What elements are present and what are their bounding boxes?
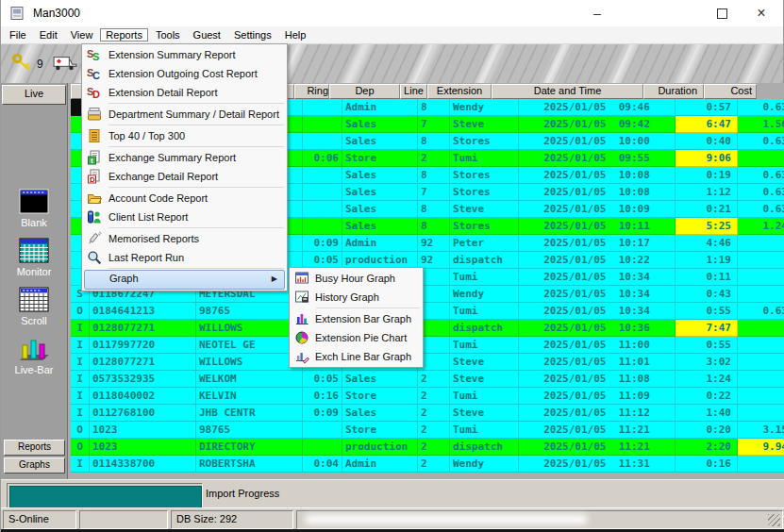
cell-dir: I xyxy=(71,320,90,337)
tab-live[interactable]: Live xyxy=(2,85,66,105)
reports-button[interactable]: Reports xyxy=(4,440,65,456)
sidebar-tool-scroll[interactable]: Scroll xyxy=(1,287,67,326)
header-ring[interactable]: Ring xyxy=(294,84,329,99)
menubar-settings[interactable]: Settings xyxy=(228,28,277,42)
cell-dt: 2025/01/05 10:22 xyxy=(519,252,676,269)
menu-item-extension-detail-report[interactable]: SDExtension Detail Report xyxy=(82,83,287,102)
menubar-view[interactable]: View xyxy=(65,28,99,42)
key-icon[interactable] xyxy=(10,52,33,76)
menu-item-busy-hour-graph[interactable]: Busy Hour Graph xyxy=(290,269,423,288)
cell-ext: Peter xyxy=(450,235,519,252)
header-extension[interactable]: Extension xyxy=(427,84,492,99)
menu-item-extension-bar-graph[interactable]: Extension Bar Graph xyxy=(290,309,423,328)
close-button[interactable]: × xyxy=(745,0,777,26)
sidebar-tool-blank[interactable]: Blank xyxy=(1,189,67,228)
menu-item-label: Busy Hour Graph xyxy=(315,273,395,284)
exch-summary-icon: t xyxy=(87,150,102,165)
cell-ext: Steve xyxy=(450,371,519,388)
cell-dt: 2025/01/05 11:31 xyxy=(519,456,676,473)
menu-item-graph[interactable]: Graph▶ xyxy=(84,270,285,290)
header-date-time[interactable]: Date and Time xyxy=(492,84,643,99)
title-bar: Man3000 – × xyxy=(1,0,783,26)
menu-item-department-summary-detail-report[interactable]: Department Summary / Detail Report xyxy=(82,105,287,124)
maximize-button[interactable] xyxy=(706,0,738,26)
cell-dir: I xyxy=(71,388,90,405)
cell-ext: Stores xyxy=(450,218,519,235)
minimize-button[interactable]: – xyxy=(581,0,613,26)
cell-num: 0114338700 xyxy=(90,456,196,473)
cell-num: 0128077271 xyxy=(90,354,196,371)
cell-dt: 2025/01/05 09:46 xyxy=(519,99,676,116)
menu-item-extension-pie-chart[interactable]: Extension Pie Chart xyxy=(290,328,423,347)
cell-num: 0128077271 xyxy=(90,320,196,337)
sidebar-tool-live-bar[interactable]: Live-Bar xyxy=(1,336,67,375)
cell-line: 8 xyxy=(418,133,450,150)
cell-dt: 2025/01/05 11:08 xyxy=(519,371,676,388)
menu-item-top-40-top-300[interactable]: Top 40 / Top 300 xyxy=(82,126,287,145)
cell-dir: I xyxy=(71,354,90,371)
cell-name: JHB CENTR xyxy=(196,405,303,422)
cell-dur: 7:47 xyxy=(676,320,738,337)
cell-name: NEOTEL GE xyxy=(196,337,303,354)
cell-ring: 0:04 xyxy=(303,456,342,473)
cell-dir: O xyxy=(71,422,90,439)
cell-ring: 0:06 xyxy=(303,150,342,167)
cell-name: WELKOM xyxy=(196,371,303,388)
menubar-reports[interactable]: Reports xyxy=(100,28,148,42)
table-row[interactable]: O1023DIRECTORYproduction2dispatch2025/01… xyxy=(71,439,726,456)
menu-item-extension-summary-report[interactable]: SSExtension Summary Report xyxy=(82,45,287,64)
cell-ext: Stores xyxy=(450,133,519,150)
header-cost[interactable]: Cost xyxy=(704,84,757,99)
table-row[interactable]: I0114338700ROBERTSHA0:04Admin2Wendy2025/… xyxy=(71,456,726,473)
cell-dur: 0:19 xyxy=(676,167,738,184)
cell-cost: 0.63 xyxy=(738,303,784,320)
menu-item-label: Extension Pie Chart xyxy=(315,332,407,343)
ext-bar-icon xyxy=(294,311,309,326)
cell-dur: 0:20 xyxy=(676,422,738,439)
cell-dt: 2025/01/05 10:34 xyxy=(519,303,676,320)
table-row[interactable]: I0112768100JHB CENTR0:09Sales2Steve2025/… xyxy=(71,405,726,422)
table-row[interactable]: O102398765Store2Tumi2025/01/05 11:210:20… xyxy=(71,422,726,439)
menu-item-exchange-summary-report[interactable]: tExchange Summary Report xyxy=(82,148,287,167)
cell-line: 2 xyxy=(418,371,450,388)
menu-item-memorised-reports[interactable]: Memorised Reports xyxy=(82,229,287,248)
graphs-button[interactable]: Graphs xyxy=(4,457,65,474)
menu-item-exchange-detail-report[interactable]: DExchange Detail Report xyxy=(82,167,287,186)
sidebar-tool-monitor[interactable]: Monitor xyxy=(1,238,67,277)
cell-name: WILLOWS xyxy=(196,320,303,337)
menu-item-last-report-run[interactable]: Last Report Run xyxy=(82,248,287,267)
table-row[interactable]: I0118040002KELVIN0:16Store2Tumi2025/01/0… xyxy=(71,388,726,405)
menu-item-extension-outgoing-cost-report[interactable]: SCExtension Outgoing Cost Report xyxy=(82,64,287,83)
table-row[interactable]: I0573532935WELKOM0:05Sales2Steve2025/01/… xyxy=(71,371,726,388)
resize-grip[interactable] xyxy=(768,514,780,526)
menu-item-client-list-report[interactable]: Client List Report xyxy=(82,208,287,226)
account-icon xyxy=(87,191,102,206)
cell-dir: I xyxy=(71,337,90,354)
cell-cost xyxy=(738,252,784,269)
app-icon xyxy=(9,6,25,21)
header-dep[interactable]: Dep xyxy=(329,84,400,99)
cell-ring: 0:09 xyxy=(303,235,342,252)
cell-line: 2 xyxy=(418,150,450,167)
menu-item-exch-line-bar-graph[interactable]: Exch Line Bar Graph xyxy=(290,347,423,366)
menu-item-label: Extension Bar Graph xyxy=(315,313,411,324)
header-duration[interactable]: Duration xyxy=(643,84,704,99)
menubar-edit[interactable]: Edit xyxy=(34,28,63,42)
menu-item-account-code-report[interactable]: Account Code Report xyxy=(82,189,287,208)
menubar-guest[interactable]: Guest xyxy=(188,28,226,42)
cell-dt: 2025/01/05 11:01 xyxy=(519,354,676,371)
cell-dir: O xyxy=(71,439,90,456)
menubar-help[interactable]: Help xyxy=(279,28,312,42)
sidebar: Live BlankMonitorScrollLive-Bar Reports … xyxy=(1,83,68,479)
header-line[interactable]: Line xyxy=(400,84,427,99)
cell-dt: 2025/01/05 10:36 xyxy=(519,320,676,337)
menu-item-label: Last Report Run xyxy=(108,252,184,263)
menu-separator xyxy=(316,308,420,308)
cell-ext: Tumi xyxy=(450,388,519,405)
menubar-tools[interactable]: Tools xyxy=(150,28,186,42)
ambulance-icon[interactable] xyxy=(53,53,77,75)
menu-separator xyxy=(108,125,284,125)
cell-ext: dispatch xyxy=(450,252,519,269)
menu-item-history-graph[interactable]: History Graph xyxy=(290,288,423,307)
menubar-file[interactable]: File xyxy=(4,28,32,42)
